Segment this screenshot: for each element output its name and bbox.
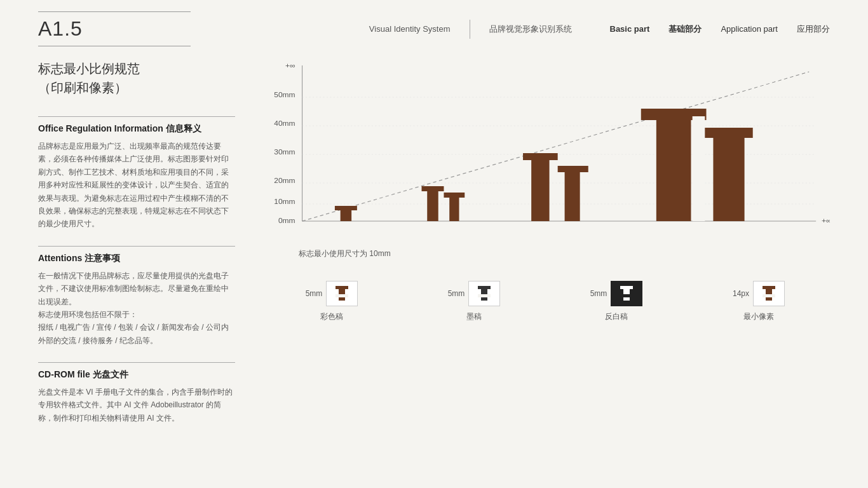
subtitle-cn: 品牌视觉形象识别系统	[489, 24, 572, 35]
section-cdrom-body: 光盘文件是本 VI 手册电子文件的集合，内含手册制作时的专用软件格式文件。其中 …	[38, 386, 235, 424]
svg-text:40mm: 40mm	[274, 119, 295, 126]
main-title: 标志最小比例规范（印刷和像素）	[38, 59, 235, 97]
svg-rect-20	[449, 196, 459, 221]
svg-rect-33	[336, 294, 348, 297]
svg-rect-29	[713, 135, 744, 221]
svg-text:10mm: 10mm	[274, 198, 295, 205]
sample-ink-box-row: 5mm	[448, 281, 501, 306]
chart-svg: +∞ 50mm 40mm 30mm 20mm 10mm 0mm +∞	[261, 59, 830, 243]
section-cdrom-title: CD-ROM file 光盘文件	[38, 369, 235, 381]
sample-reverse-box-row: 5mm	[590, 281, 643, 306]
sample-ink: 5mm 墨稿	[403, 281, 545, 322]
section-attentions-body: 在一般情况下使用品牌标志，应尽量使用提供的光盘电子文件，不建议使用标准制图绘制标…	[38, 269, 235, 347]
svg-rect-19	[422, 186, 444, 191]
svg-text:50mm: 50mm	[274, 91, 295, 98]
section-office: Office Regulation Information 信息释义 品牌标志是…	[38, 116, 235, 231]
svg-rect-44	[620, 286, 625, 289]
sample-color-box-row: 5mm	[306, 281, 358, 306]
svg-rect-25	[558, 166, 588, 172]
svg-rect-39	[478, 286, 483, 289]
sample-reverse-box	[611, 281, 642, 306]
sample-color-box	[326, 281, 358, 306]
sample-color: 5mm 彩色稿	[261, 281, 403, 322]
section-office-title: Office Regulation Information 信息释义	[38, 123, 235, 135]
chart-caption: 标志最小使用尺寸为 10mm	[261, 248, 830, 259]
sample-reverse: 5mm 反白稿	[545, 281, 688, 322]
sample-pixel-box	[753, 281, 785, 306]
svg-rect-28	[693, 116, 705, 221]
main-content: 标志最小比例规范（印刷和像素） Office Regulation Inform…	[0, 46, 868, 488]
header-center: Visual Identity System 品牌视觉形象识别系统	[369, 20, 572, 39]
svg-rect-22	[531, 158, 549, 221]
logo-reverse-icon	[615, 283, 638, 304]
sample-color-caption: 彩色稿	[320, 311, 343, 322]
sample-reverse-label: 5mm	[590, 289, 607, 298]
logo-pixel-icon	[757, 283, 780, 304]
chart-area: +∞ 50mm 40mm 30mm 20mm 10mm 0mm +∞	[261, 59, 830, 243]
svg-rect-43	[620, 294, 633, 297]
header-right: Basic part 基础部分 Application part 应用部分	[610, 24, 831, 35]
sample-pixel-box-row: 14px	[733, 281, 785, 306]
svg-text:0mm: 0mm	[278, 217, 295, 224]
section-rule-2	[38, 246, 235, 247]
header-rule-top	[38, 11, 191, 12]
svg-rect-21	[444, 193, 465, 198]
svg-rect-35	[343, 286, 348, 289]
svg-rect-45	[628, 286, 633, 289]
subtitle-en: Visual Identity System	[369, 24, 451, 34]
svg-text:+∞: +∞	[285, 62, 295, 69]
svg-text:20mm: 20mm	[274, 177, 295, 184]
section-attentions-title: Attentions 注意事项	[38, 253, 235, 264]
sample-pixel: 14px 最小像素	[688, 281, 830, 322]
svg-rect-17	[335, 206, 357, 210]
svg-rect-38	[478, 294, 491, 297]
header-left: A1.5	[38, 11, 191, 46]
sample-pixel-label: 14px	[733, 289, 749, 298]
application-part-cn: 应用部分	[797, 24, 830, 35]
svg-rect-26	[656, 116, 691, 221]
section-attentions: Attentions 注意事项 在一般情况下使用品牌标志，应尽量使用提供的光盘电…	[38, 246, 235, 347]
svg-rect-48	[763, 294, 775, 297]
svg-rect-24	[565, 170, 580, 221]
application-part-en: Application part	[721, 24, 778, 34]
svg-rect-40	[485, 286, 491, 289]
samples-row: 5mm 彩色稿	[261, 281, 830, 322]
section-office-body: 品牌标志是应用最为广泛、出现频率最高的规范传达要素，必须在各种传播媒体上广泛使用…	[38, 140, 235, 231]
page: A1.5 Visual Identity System 品牌视觉形象识别系统 B…	[0, 0, 868, 488]
svg-rect-23	[523, 153, 558, 160]
svg-text:+∞: +∞	[822, 217, 830, 224]
header-divider	[470, 20, 470, 39]
svg-text:30mm: 30mm	[274, 148, 295, 155]
sample-reverse-caption: 反白稿	[605, 311, 628, 322]
right-column: +∞ 50mm 40mm 30mm 20mm 10mm 0mm +∞	[261, 46, 830, 469]
section-rule-3	[38, 362, 235, 363]
sample-ink-caption: 墨稿	[466, 311, 482, 322]
left-column: 标志最小比例规范（印刷和像素） Office Regulation Inform…	[38, 46, 235, 469]
sample-pixel-caption: 最小像素	[743, 311, 774, 322]
sample-color-label: 5mm	[306, 289, 323, 298]
svg-rect-49	[763, 286, 768, 289]
header: A1.5 Visual Identity System 品牌视觉形象识别系统 B…	[0, 0, 868, 46]
svg-rect-50	[770, 286, 775, 289]
basic-part-cn: 基础部分	[668, 24, 702, 35]
sample-ink-box	[468, 281, 500, 306]
svg-rect-18	[427, 189, 438, 221]
sample-ink-label: 5mm	[448, 289, 465, 298]
logo-ink-icon	[473, 283, 496, 304]
svg-rect-30	[705, 128, 752, 138]
section-rule-1	[38, 116, 235, 117]
page-number: A1.5	[38, 17, 191, 41]
svg-rect-34	[336, 286, 341, 289]
basic-part-en: Basic part	[610, 24, 650, 34]
logo-color-icon	[330, 283, 353, 304]
section-cdrom: CD-ROM file 光盘文件 光盘文件是本 VI 手册电子文件的集合，内含手…	[38, 362, 235, 424]
